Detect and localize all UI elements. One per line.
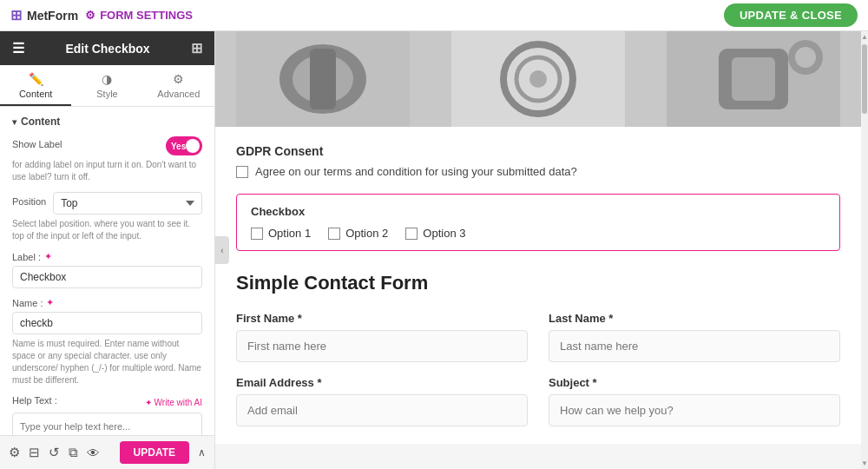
gdpr-text: Agree on our terms and condition for usi… bbox=[255, 165, 577, 178]
main-layout: ☰ Edit Checkbox ⊞ ✏️ Content ◑ Style ⚙ A… bbox=[0, 31, 868, 469]
tabs-row: ✏️ Content ◑ Style ⚙ Advanced bbox=[0, 65, 214, 107]
product-img-1 bbox=[215, 31, 431, 127]
sidebar: ☰ Edit Checkbox ⊞ ✏️ Content ◑ Style ⚙ A… bbox=[0, 31, 215, 469]
email-label: Email Address * bbox=[236, 376, 528, 389]
tab-content-label: Content bbox=[19, 89, 53, 99]
label-field-row: Label : ✦ bbox=[12, 251, 202, 288]
write-ai-link[interactable]: ✦ Write with AI bbox=[145, 398, 202, 407]
tab-style[interactable]: ◑ Style bbox=[71, 65, 142, 106]
content-section-title: Content bbox=[12, 116, 202, 128]
sidebar-header-icons: ⊞ bbox=[191, 40, 202, 56]
label-input[interactable] bbox=[12, 266, 202, 288]
checkbox-group-title: Checkbox bbox=[251, 205, 825, 218]
tab-advanced-label: Advanced bbox=[157, 89, 200, 99]
subject-field: Subject * bbox=[549, 376, 840, 426]
preview-icon[interactable]: 👁 bbox=[87, 446, 100, 460]
hamburger-icon[interactable]: ☰ bbox=[12, 40, 24, 56]
layers-icon[interactable]: ⊟ bbox=[29, 445, 40, 460]
content-tab-icon: ✏️ bbox=[29, 72, 43, 86]
history-icon[interactable]: ↺ bbox=[49, 445, 60, 460]
collapse-handle[interactable]: ‹ bbox=[215, 236, 229, 264]
checkbox-group-wrapper: Checkbox Option 1 Option 2 Option 3 bbox=[236, 194, 840, 251]
show-label-toggle[interactable]: Yes bbox=[166, 136, 202, 155]
show-label-helper: for adding label on input turn it on. Do… bbox=[12, 159, 202, 183]
sidebar-content: Content Show Label Yes for adding label … bbox=[0, 107, 214, 435]
tab-content[interactable]: ✏️ Content bbox=[0, 65, 71, 106]
position-label: Position bbox=[12, 196, 46, 207]
gdpr-row: Agree on our terms and condition for usi… bbox=[236, 165, 840, 178]
first-name-label: First Name * bbox=[236, 312, 528, 325]
update-sidebar-button[interactable]: UPDATE bbox=[120, 441, 189, 464]
option1-label: Option 1 bbox=[268, 227, 311, 240]
top-bar-left: ⊞ MetForm ⚙ FORM SETTINGS bbox=[10, 7, 193, 23]
svg-rect-3 bbox=[310, 49, 336, 109]
checkbox-options: Option 1 Option 2 Option 3 bbox=[251, 227, 825, 240]
subject-input[interactable] bbox=[549, 394, 840, 426]
top-bar: ⊞ MetForm ⚙ FORM SETTINGS UPDATE & CLOSE bbox=[0, 0, 868, 31]
email-input[interactable] bbox=[236, 394, 528, 426]
help-text-label: Help Text : bbox=[12, 395, 57, 406]
content-area[interactable]: ‹ bbox=[215, 31, 861, 469]
scrollbar-track[interactable]: ▲ ▼ bbox=[861, 31, 868, 469]
brand-name: MetForm bbox=[27, 9, 78, 23]
gdpr-section: GDPR Consent Agree on our terms and cond… bbox=[236, 144, 840, 178]
expand-icon[interactable]: ∧ bbox=[198, 446, 206, 459]
position-select[interactable]: Top Left Right bbox=[53, 192, 202, 215]
svg-rect-10 bbox=[732, 57, 775, 101]
show-label-row: Show Label Yes for adding label on input… bbox=[12, 136, 202, 183]
duplicate-icon[interactable]: ⧉ bbox=[69, 445, 78, 460]
advanced-tab-icon: ⚙ bbox=[173, 72, 184, 86]
name-hint: Name is must required. Enter name withou… bbox=[12, 338, 202, 386]
preview-area: GDPR Consent Agree on our terms and cond… bbox=[215, 31, 861, 444]
form-grid: First Name * Last Name * Email Address *… bbox=[236, 312, 840, 426]
checkbox-option-3: Option 3 bbox=[405, 227, 465, 240]
form-title: Simple Contact Form bbox=[236, 272, 840, 294]
svg-point-7 bbox=[529, 70, 547, 88]
form-settings-link[interactable]: ⚙ FORM SETTINGS bbox=[85, 9, 193, 22]
product-img-2 bbox=[431, 31, 646, 127]
last-name-input[interactable] bbox=[549, 330, 840, 362]
form-settings-label: FORM SETTINGS bbox=[100, 9, 193, 22]
metform-icon: ⊞ bbox=[10, 7, 22, 23]
option3-label: Option 3 bbox=[423, 227, 465, 240]
tab-advanced[interactable]: ⚙ Advanced bbox=[143, 65, 214, 106]
position-row: Position Top Left Right Select label pos… bbox=[12, 192, 202, 242]
name-sparkle-icon: ✦ bbox=[46, 297, 54, 308]
label-field-label: Label : ✦ bbox=[12, 251, 202, 262]
name-field-label: Name : ✦ bbox=[12, 297, 202, 308]
scroll-down-arrow[interactable]: ▼ bbox=[861, 459, 868, 467]
brand: ⊞ MetForm bbox=[10, 7, 78, 23]
tab-style-label: Style bbox=[96, 89, 117, 99]
gdpr-checkbox[interactable] bbox=[236, 166, 248, 178]
style-tab-icon: ◑ bbox=[102, 72, 112, 86]
help-text-row: Help Text : ✦ Write with AI bbox=[12, 395, 202, 435]
bottom-toolbar: ⚙ ⊟ ↺ ⧉ 👁 UPDATE ∧ bbox=[0, 435, 214, 469]
grid-icon[interactable]: ⊞ bbox=[191, 40, 202, 56]
checkbox-option-1: Option 1 bbox=[251, 227, 311, 240]
settings-bottom-icon[interactable]: ⚙ bbox=[9, 445, 20, 460]
option2-label: Option 2 bbox=[345, 227, 388, 240]
label-sparkle-icon: ✦ bbox=[44, 251, 52, 262]
option2-checkbox[interactable] bbox=[328, 228, 340, 240]
product-img-3 bbox=[646, 31, 861, 127]
toggle-yes-text: Yes bbox=[171, 142, 186, 151]
scroll-up-arrow[interactable]: ▲ bbox=[861, 33, 868, 41]
first-name-field: First Name * bbox=[236, 312, 528, 362]
name-field-row: Name : ✦ Name is must required. Enter na… bbox=[12, 297, 202, 386]
last-name-field: Last Name * bbox=[549, 312, 840, 362]
scroll-thumb[interactable] bbox=[862, 44, 867, 114]
form-area: GDPR Consent Agree on our terms and cond… bbox=[215, 127, 861, 444]
name-input[interactable] bbox=[12, 312, 202, 334]
option1-checkbox[interactable] bbox=[251, 228, 263, 240]
write-ai-text: Write with AI bbox=[155, 398, 202, 407]
svg-point-12 bbox=[795, 47, 816, 68]
update-close-button[interactable]: UPDATE & CLOSE bbox=[724, 3, 858, 27]
help-text-input[interactable] bbox=[12, 413, 202, 435]
gdpr-title: GDPR Consent bbox=[236, 144, 840, 158]
sidebar-header: ☰ Edit Checkbox ⊞ bbox=[0, 31, 214, 65]
option3-checkbox[interactable] bbox=[405, 228, 418, 240]
checkbox-option-2: Option 2 bbox=[328, 227, 388, 240]
sidebar-title: Edit Checkbox bbox=[65, 42, 149, 56]
first-name-input[interactable] bbox=[236, 330, 528, 362]
show-label-label: Show Label bbox=[12, 139, 62, 149]
